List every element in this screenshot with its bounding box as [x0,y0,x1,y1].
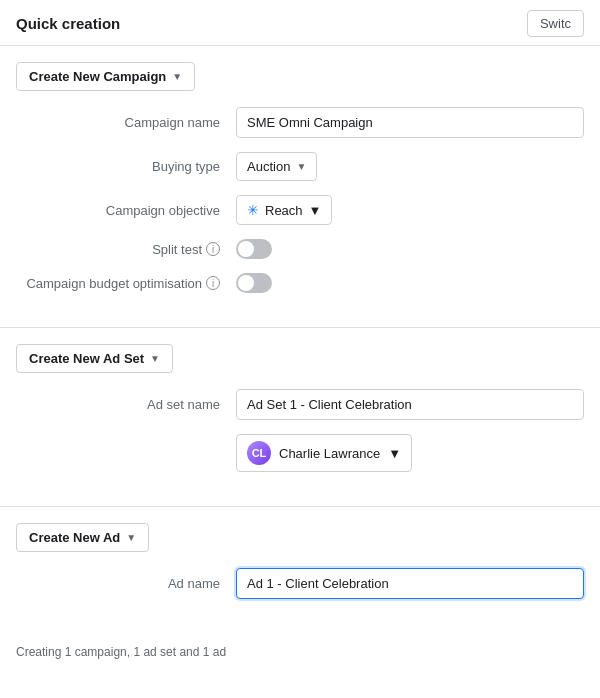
adset-section-header: Create New Ad Set ▼ [16,344,584,373]
split-test-label-wrap: Split test i [16,242,236,257]
budget-optimisation-slider [236,273,272,293]
account-row: CL Charlie Lawrance ▼ [16,434,584,472]
campaign-objective-row: Campaign objective ✳ Reach ▼ [16,195,584,225]
campaign-name-control [236,107,584,138]
account-dropdown[interactable]: CL Charlie Lawrance ▼ [236,434,412,472]
adset-name-control [236,389,584,420]
footer-summary: Creating 1 campaign, 1 ad set and 1 ad [0,633,600,671]
buying-type-row: Buying type Auction ▼ [16,152,584,181]
account-control: CL Charlie Lawrance ▼ [236,434,584,472]
avatar: CL [247,441,271,465]
split-test-toggle-wrap [236,239,584,259]
ad-name-row: Ad name [16,568,584,599]
budget-optimisation-info-icon[interactable]: i [206,276,220,290]
campaign-objective-control: ✳ Reach ▼ [236,195,584,225]
budget-optimisation-label-wrap: Campaign budget optimisation i [16,276,236,291]
ad-section: Create New Ad ▼ Ad name [0,507,600,633]
budget-optimisation-toggle[interactable] [236,273,272,293]
page-title: Quick creation [16,15,120,32]
campaign-section: Create New Campaign ▼ Campaign name Buyi… [0,46,600,328]
buying-type-control: Auction ▼ [236,152,584,181]
split-test-slider [236,239,272,259]
adset-name-input[interactable] [236,389,584,420]
ad-name-control [236,568,584,599]
split-test-toggle[interactable] [236,239,272,259]
buying-type-dropdown[interactable]: Auction ▼ [236,152,317,181]
buying-type-caret-icon: ▼ [296,161,306,172]
campaign-name-label: Campaign name [16,115,236,130]
ad-section-header: Create New Ad ▼ [16,523,584,552]
create-campaign-button[interactable]: Create New Campaign ▼ [16,62,195,91]
create-adset-button[interactable]: Create New Ad Set ▼ [16,344,173,373]
ad-caret-icon: ▼ [126,532,136,543]
objective-caret-icon: ▼ [309,203,322,218]
caret-icon: ▼ [172,71,182,82]
split-test-row: Split test i [16,239,584,259]
campaign-section-header: Create New Campaign ▼ [16,62,584,91]
ad-name-input[interactable] [236,568,584,599]
campaign-objective-label: Campaign objective [16,203,236,218]
buying-type-label: Buying type [16,159,236,174]
budget-optimisation-toggle-wrap [236,273,584,293]
reach-icon: ✳ [247,202,259,218]
adset-section: Create New Ad Set ▼ Ad set name CL Charl… [0,328,600,507]
create-ad-button[interactable]: Create New Ad ▼ [16,523,149,552]
campaign-objective-dropdown[interactable]: ✳ Reach ▼ [236,195,332,225]
ad-name-label: Ad name [16,576,236,591]
account-caret-icon: ▼ [388,446,401,461]
adset-name-label: Ad set name [16,397,236,412]
adset-name-row: Ad set name [16,389,584,420]
budget-optimisation-row: Campaign budget optimisation i [16,273,584,293]
header: Quick creation Switc [0,0,600,46]
switch-button[interactable]: Switc [527,10,584,37]
adset-caret-icon: ▼ [150,353,160,364]
split-test-info-icon[interactable]: i [206,242,220,256]
campaign-name-input[interactable] [236,107,584,138]
campaign-name-row: Campaign name [16,107,584,138]
